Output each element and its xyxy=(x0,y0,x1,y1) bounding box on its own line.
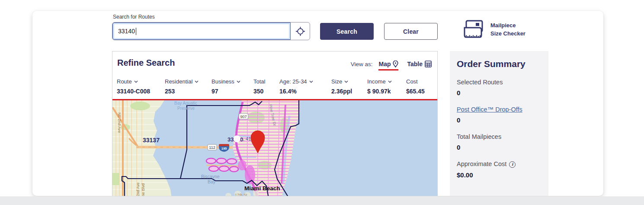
map-label-zip-41: , 41 xyxy=(243,136,251,141)
search-button[interactable]: Search xyxy=(320,23,374,40)
shield-907: 907 xyxy=(239,113,248,119)
map-label-blvd: ne Blvd xyxy=(141,183,145,196)
column-business: Business 97 xyxy=(211,78,240,95)
map-pin-icon xyxy=(393,61,398,67)
crosshair-icon xyxy=(295,26,305,36)
table-toggle-label: Table xyxy=(407,61,423,67)
map-label-ne-2nd-ave: NE 2nd Ave xyxy=(117,112,122,133)
search-input-value: 33140 xyxy=(118,28,135,35)
order-summary-panel: Order Summary Selected Routes 0 Post Off… xyxy=(450,51,548,196)
view-as-label: View as: xyxy=(351,61,373,67)
map-label-miami-beach: Miami Beach xyxy=(244,185,280,192)
main-card: Search for Routes 33140 Search Clear Mai… xyxy=(32,11,603,196)
svg-text:195: 195 xyxy=(221,147,227,151)
residential-filter-dropdown[interactable]: Residential xyxy=(165,78,199,85)
page-bottom-strip xyxy=(0,196,644,205)
table-grid-icon xyxy=(425,61,432,67)
business-filter-dropdown[interactable]: Business xyxy=(211,78,240,85)
view-toggle-table[interactable]: Table xyxy=(407,61,432,70)
route-search-box: 33140 xyxy=(112,22,310,40)
drop-offs-value: 0 xyxy=(457,116,542,124)
clear-button[interactable]: Clear xyxy=(384,23,438,40)
total-label: Total xyxy=(253,78,265,85)
svg-text:907: 907 xyxy=(240,115,247,119)
map-label-biscayne: Biscayne xyxy=(201,174,220,179)
selected-routes-label: Selected Routes xyxy=(457,79,542,86)
chevron-down-icon xyxy=(134,80,138,83)
mailpiece-label-line1: Mailpiece xyxy=(490,21,525,30)
map-canvas[interactable]: 112 195 907 33137 Bay Aquatic Preserve B… xyxy=(112,100,437,196)
total-mailpieces-label: Total Mailpieces xyxy=(457,133,542,140)
selected-routes-value: 0 xyxy=(457,89,542,96)
income-value: $ 90.97k xyxy=(367,88,392,95)
info-icon[interactable] xyxy=(509,161,516,168)
chevron-down-icon xyxy=(237,80,240,83)
view-toggle-map[interactable]: Map xyxy=(378,61,398,70)
cluster-marker xyxy=(234,135,240,142)
approximate-cost-label: Approximate Cost xyxy=(457,160,542,168)
search-input[interactable]: 33140 xyxy=(112,22,291,40)
text-caret xyxy=(136,28,137,35)
map-label-17th-st: 17th St xyxy=(235,193,247,196)
post-office-drop-offs-link[interactable]: Post Office™ Drop-Offs xyxy=(457,106,542,113)
route-value: 33140-C008 xyxy=(117,88,150,95)
chevron-down-icon xyxy=(388,80,392,83)
column-size: Size 2.36ppl xyxy=(331,78,352,95)
column-residential: Residential 253 xyxy=(165,78,199,95)
column-cost: Cost $65.45 xyxy=(406,78,425,95)
map-label-preserve-2: Preserve xyxy=(177,106,195,111)
size-filter-dropdown[interactable]: Size xyxy=(331,78,352,85)
chevron-down-icon xyxy=(309,80,313,83)
residential-value: 253 xyxy=(165,88,199,95)
age-filter-dropdown[interactable]: Age: 25-34 xyxy=(279,78,313,85)
map-label-2nd-ave: 2nd Ave xyxy=(136,183,140,196)
order-summary-title: Order Summary xyxy=(457,59,542,69)
use-my-location-button[interactable] xyxy=(291,22,310,40)
refine-search-title: Refine Search xyxy=(117,58,175,68)
map-label-bay: Bay xyxy=(208,179,216,184)
chevron-down-icon xyxy=(195,80,199,83)
column-route: Route 33140-C008 xyxy=(117,78,150,95)
total-mailpieces-value: 0 xyxy=(457,144,542,151)
refine-search-panel: Refine Search View as: Map Table xyxy=(112,51,438,196)
column-age: Age: 25-34 16.4% xyxy=(279,78,313,95)
size-value: 2.36ppl xyxy=(331,88,352,95)
mailpiece-size-checker-button[interactable]: Mailpiece Size Checker xyxy=(462,19,525,39)
total-value: 350 xyxy=(253,88,265,95)
column-total: Total 350 xyxy=(253,78,265,95)
search-field-label: Search for Routes xyxy=(113,14,155,20)
mailpiece-label-line2: Size Checker xyxy=(490,29,525,38)
map-toggle-label: Map xyxy=(378,61,391,67)
shield-112: 112 xyxy=(208,144,217,150)
approximate-cost-value: $0.00 xyxy=(457,171,542,179)
chevron-down-icon xyxy=(344,80,348,83)
map-label-zip-33137: 33137 xyxy=(143,137,160,144)
cost-label: Cost xyxy=(406,78,425,85)
age-value: 16.4% xyxy=(279,88,313,95)
column-income: Income $ 90.97k xyxy=(367,78,392,95)
cost-value: $65.45 xyxy=(406,88,425,95)
svg-text:112: 112 xyxy=(209,145,215,150)
map-label-preserve-1: Bay Aquatic xyxy=(174,101,197,106)
route-filter-dropdown[interactable]: Route xyxy=(117,78,150,85)
business-value: 97 xyxy=(211,88,240,95)
view-toggle: View as: Map Table xyxy=(351,61,432,70)
income-filter-dropdown[interactable]: Income xyxy=(367,78,392,85)
mailpiece-ruler-icon xyxy=(462,19,485,39)
